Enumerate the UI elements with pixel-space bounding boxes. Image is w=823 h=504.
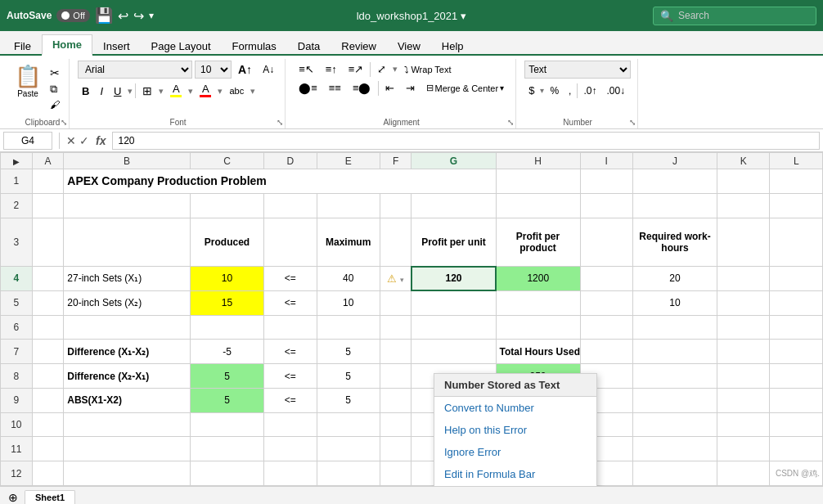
cell-K8[interactable] [717,364,770,389]
cell-K4[interactable] [717,267,770,291]
cell-E7[interactable]: 5 [317,340,380,364]
cell-H1[interactable] [496,169,580,194]
cell-L5[interactable] [770,290,823,315]
cell-J7[interactable] [632,340,717,364]
cell-F3[interactable] [380,218,412,267]
italic-button[interactable]: I [96,83,107,100]
cell-F9[interactable] [380,388,412,412]
row-header-2[interactable]: 2 [1,193,33,218]
add-sheet-button[interactable]: ⊕ [3,491,23,504]
row-header-7[interactable]: 7 [1,340,33,364]
autosave-toggle[interactable]: Off [56,9,89,22]
cell-D2[interactable] [264,193,317,218]
decrease-font-button[interactable]: A↓ [259,61,278,78]
dropdown-small[interactable]: ▾ [400,276,404,284]
context-menu-item-ignore[interactable]: Ignore Error [434,441,596,463]
cell-L8[interactable] [770,364,823,389]
cell-B9[interactable]: ABS(X1-X2) [64,388,191,412]
cell-L2[interactable] [770,193,823,218]
cell-K7[interactable] [717,340,770,364]
cell-D8[interactable]: <= [264,364,317,389]
row-header-5[interactable]: 5 [1,290,33,315]
align-right-button[interactable]: ≡⬤ [348,79,376,97]
cell-E8[interactable]: 5 [317,364,380,389]
tab-formulas[interactable]: Formulas [222,36,287,56]
context-menu-item-convert[interactable]: Convert to Number [434,397,596,419]
search-box[interactable]: 🔍 Search [653,7,816,25]
cell-B10[interactable] [64,412,191,437]
cell-F2[interactable] [380,193,412,218]
cell-G7[interactable] [412,340,496,364]
border-button[interactable]: ⊞ [138,82,156,100]
cell-C7[interactable]: -5 [190,340,263,364]
cell-F10[interactable] [380,412,412,437]
context-menu-item-options[interactable]: Error Checking Options... [434,485,596,486]
cell-A6[interactable] [32,315,64,340]
cell-B8[interactable]: Difference (X₂-X₁) [64,364,191,389]
cell-H5[interactable] [496,290,580,315]
cell-E6[interactable] [317,315,380,340]
cell-C4[interactable]: 10 [190,267,263,291]
tab-page-layout[interactable]: Page Layout [141,36,222,56]
number-expand[interactable]: ⤡ [629,118,636,127]
cell-I6[interactable] [580,315,632,340]
cancel-formula-button[interactable]: ✕ [66,134,76,147]
cell-A1[interactable] [32,169,64,194]
cell-K5[interactable] [717,290,770,315]
cell-J2[interactable] [632,193,717,218]
cut-button[interactable]: ✂ [47,65,62,80]
cell-F8[interactable] [380,364,412,389]
cell-reference-input[interactable] [3,132,52,150]
confirm-formula-button[interactable]: ✓ [79,134,89,147]
cell-H7[interactable]: Total Hours Used [496,340,580,364]
formula-input[interactable] [112,132,820,150]
row-header-8[interactable]: 8 [1,364,33,389]
fill-color-button[interactable]: A [166,80,186,101]
cell-K12[interactable] [717,461,770,486]
row-header-11[interactable]: 11 [1,437,33,461]
cell-J10[interactable] [632,412,717,437]
cell-J11[interactable] [632,437,717,461]
cell-I1[interactable] [580,169,632,194]
cell-B6[interactable] [64,315,191,340]
wrap-text-button[interactable]: ⤵ Wrap Text [399,62,456,77]
increase-decimal-button[interactable]: .0↑ [579,83,600,99]
tab-view[interactable]: View [387,36,431,56]
percent-button[interactable]: % [546,83,563,99]
merge-center-button[interactable]: ⊟ Merge & Center ▾ [421,80,510,96]
cell-B12[interactable] [64,461,191,486]
alignment-expand[interactable]: ⤡ [507,118,514,127]
cell-H6[interactable] [496,315,580,340]
align-center-button[interactable]: ≡≡ [324,79,346,97]
col-header-J[interactable]: J [632,153,717,169]
underline-button[interactable]: U [110,83,125,100]
row-header-9[interactable]: 9 [1,388,33,412]
tab-file[interactable]: File [3,36,42,56]
cell-A3[interactable] [32,218,64,267]
col-header-B[interactable]: B [64,153,191,169]
cell-E3[interactable]: Maximum [317,218,380,267]
cell-L9[interactable] [770,388,823,412]
tab-insert[interactable]: Insert [92,36,141,56]
cell-E12[interactable] [317,461,380,486]
cell-J4[interactable]: 20 [632,267,717,291]
cell-C3[interactable]: Produced [190,218,263,267]
indent-decrease-button[interactable]: ⇤ [380,79,399,97]
row-header-3[interactable]: 3 [1,218,33,267]
cell-B11[interactable] [64,437,191,461]
text-direction-button[interactable]: ⤢ [372,61,391,78]
cell-C12[interactable] [190,461,263,486]
cell-D7[interactable]: <= [264,340,317,364]
col-header-D[interactable]: D [264,153,317,169]
cell-D9[interactable]: <= [264,388,317,412]
cell-K11[interactable] [717,437,770,461]
cell-E5[interactable]: 10 [317,290,380,315]
cell-A5[interactable] [32,290,64,315]
cell-L10[interactable] [770,412,823,437]
cell-J12[interactable] [632,461,717,486]
align-top-left-button[interactable]: ≡↖ [294,61,319,78]
cell-K2[interactable] [717,193,770,218]
cell-I5[interactable] [580,290,632,315]
copy-button[interactable]: ⧉ [47,82,62,97]
select-all-button[interactable]: ▶ [13,157,20,166]
